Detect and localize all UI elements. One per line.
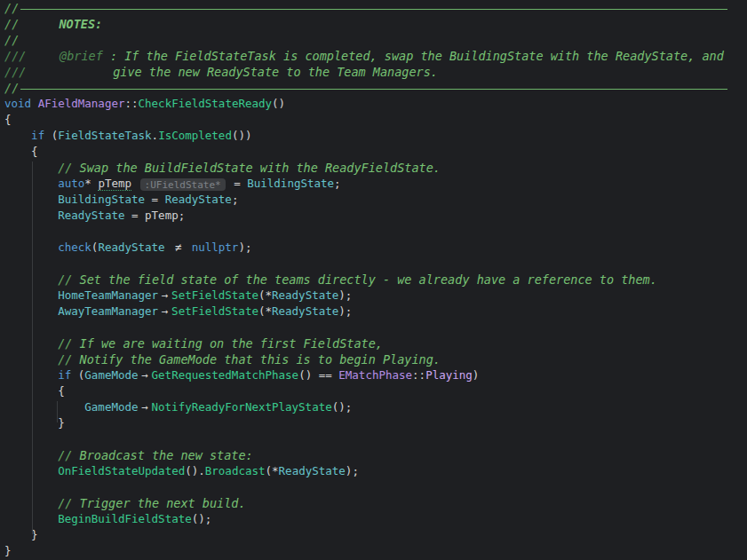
code-line[interactable]: // <box>4 80 747 96</box>
code-line[interactable]: // <box>4 32 747 48</box>
code-token: ReadyState <box>272 304 338 318</box>
code-token: } <box>4 544 12 557</box>
code-token: AFieldManager <box>38 97 125 110</box>
code-token: = <box>124 209 145 222</box>
code-token: // <box>58 336 72 351</box>
code-line[interactable]: } <box>4 543 747 559</box>
code-token: SetFieldState <box>171 304 258 318</box>
code-line[interactable]: check(ReadyState ≠ nullptr); <box>4 240 747 256</box>
code-token <box>4 129 31 142</box>
code-line[interactable]: /// @brief : If the FieldStateTask is co… <box>4 48 747 64</box>
code-token <box>31 97 38 110</box>
code-line[interactable]: HomeTeamManager→SetFieldState(*ReadyStat… <box>4 288 747 304</box>
code-token: /// <box>4 65 26 79</box>
code-line[interactable] <box>4 431 747 447</box>
code-line[interactable]: { <box>4 144 747 160</box>
indent-guide <box>32 162 33 534</box>
code-token: If we are waiting on the first FieldStat… <box>72 336 383 351</box>
code-line[interactable]: GameMode→NotifyReadyForNextPlayState(); <box>4 399 747 415</box>
code-token: = <box>227 177 248 190</box>
code-line[interactable]: { <box>4 112 747 128</box>
code-line[interactable]: // <box>4 0 747 16</box>
code-line[interactable]: AwayTeamManager→SetFieldState(*ReadyStat… <box>4 304 747 319</box>
code-token: ); <box>238 241 251 254</box>
code-token: if <box>31 129 44 142</box>
code-line[interactable]: // NOTES: <box>4 16 747 32</box>
code-line[interactable] <box>4 319 747 335</box>
code-token: { <box>4 113 12 126</box>
code-token <box>26 50 60 63</box>
code-token: * <box>84 177 98 190</box>
code-line[interactable]: // Set the field state of the teams dire… <box>4 272 747 288</box>
code-token: GameMode <box>84 400 138 414</box>
code-editor[interactable]: //// NOTES:///// @brief : If the FieldSt… <box>0 0 747 560</box>
code-line[interactable]: // Trigger the next build. <box>4 495 747 511</box>
code-line[interactable]: void AFieldManager::CheckFieldStateReady… <box>4 96 747 112</box>
code-token: // <box>58 448 72 462</box>
code-token: // <box>58 272 72 287</box>
code-line[interactable]: } <box>4 527 747 543</box>
comment-divider-line <box>20 89 727 90</box>
code-line[interactable]: auto* pTemp :UFieldState* = BuildingStat… <box>4 176 747 192</box>
code-token: ); <box>338 304 352 318</box>
code-token: ReadyState <box>272 288 338 302</box>
code-token: { <box>4 145 38 158</box>
code-token: (); <box>332 400 353 414</box>
code-token: → <box>139 399 152 415</box>
code-token <box>26 66 113 79</box>
code-token: ( <box>71 368 84 382</box>
code-token: void <box>4 97 31 110</box>
code-token <box>4 400 84 414</box>
code-line[interactable]: // Swap the BuildFieldState with the Rea… <box>4 160 747 176</box>
code-token: // <box>58 352 72 367</box>
code-line[interactable]: { <box>4 383 747 399</box>
code-token: EMatchPhase <box>338 368 412 382</box>
code-token: ( <box>44 129 58 142</box>
code-token: = <box>145 193 165 206</box>
code-token: → <box>158 304 171 319</box>
code-line[interactable]: ReadyState = pTemp; <box>4 208 747 224</box>
code-line[interactable]: /// give the new ReadyState to the Team … <box>4 64 747 80</box>
code-token: (* <box>258 304 272 318</box>
code-token: BuildingState <box>247 177 334 190</box>
code-token: nullptr <box>192 241 239 254</box>
code-token: check <box>58 241 91 254</box>
code-token: OnFieldStateUpdated <box>58 464 185 477</box>
code-token: Broadcast <box>205 464 266 477</box>
code-line[interactable]: if (GameMode→GetRequestedMatchPhase() ==… <box>4 367 747 383</box>
code-token <box>19 18 59 31</box>
code-token: ); <box>346 464 359 477</box>
code-token: { <box>4 384 65 398</box>
code-line[interactable]: BeginBuildFieldState(); <box>4 511 747 527</box>
code-token: (* <box>258 288 272 302</box>
code-line[interactable]: if (FieldStateTask.IsCompleted()) <box>4 128 747 144</box>
code-token: ) <box>473 368 480 382</box>
code-token: /// <box>4 49 26 63</box>
code-line[interactable] <box>4 224 747 240</box>
code-token: FieldStateTask <box>58 129 151 142</box>
code-editor-lines: //// NOTES:///// @brief : If the FieldSt… <box>4 0 747 559</box>
code-line[interactable]: // Broadcast the new state: <box>4 447 747 463</box>
code-line[interactable]: BuildingState = ReadyState; <box>4 192 747 208</box>
code-token: Swap the BuildFieldState with the ReadyF… <box>72 161 441 175</box>
code-token: Trigger the next build. <box>72 496 245 510</box>
code-token: Broadcast the new state: <box>72 448 252 462</box>
code-token: SetFieldState <box>171 288 258 302</box>
code-token: ; <box>232 193 239 206</box>
indent-guide <box>57 401 58 422</box>
code-token: AwayTeamManager <box>58 304 158 318</box>
code-token: Notify the GameMode that this is to begi… <box>72 352 441 367</box>
code-line[interactable]: // If we are waiting on the first FieldS… <box>4 335 747 351</box>
code-token: } <box>4 416 65 430</box>
code-line[interactable] <box>4 256 747 272</box>
code-token: // <box>58 496 72 510</box>
code-token: ≠ <box>171 240 185 256</box>
code-token: (* <box>266 464 279 477</box>
code-line[interactable]: } <box>4 415 747 431</box>
code-token: pTemp <box>98 177 131 191</box>
code-token: :: <box>124 97 138 110</box>
code-token: Playing <box>425 368 473 382</box>
code-line[interactable]: // Notify the GameMode that this is to b… <box>4 351 747 367</box>
code-line[interactable]: OnFieldStateUpdated().Broadcast(*ReadySt… <box>4 463 747 479</box>
code-line[interactable] <box>4 479 747 495</box>
